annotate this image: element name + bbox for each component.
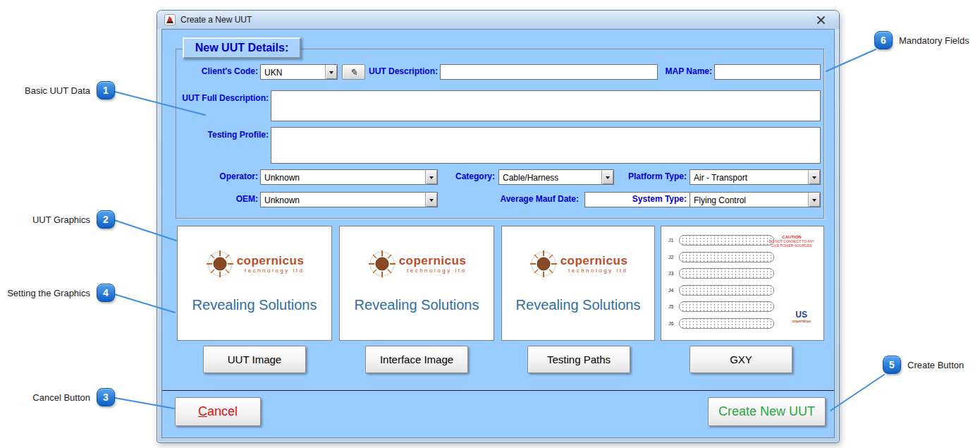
dropdown-arrow-icon[interactable]	[808, 170, 820, 184]
clients-code-select[interactable]: UKN	[260, 64, 338, 80]
testing-paths-button[interactable]: Testing Paths	[527, 346, 630, 373]
callout-mandatory-fields: 6 Mandatory Fields	[874, 31, 969, 49]
platform-type-value: Air - Transport	[690, 170, 808, 184]
copernicus-logo: copernicus technology ltd	[529, 249, 628, 279]
callout-number-badge: 6	[874, 31, 893, 49]
category-select[interactable]: Cable/Harness	[498, 169, 614, 185]
system-type-select[interactable]: Flying Control	[690, 192, 821, 207]
testing-profile-textarea[interactable]	[271, 127, 821, 164]
operator-select[interactable]: Unknown	[260, 169, 438, 185]
callout-label: Setting the Graphics	[7, 288, 90, 298]
connector-graphic	[679, 252, 774, 262]
connector-label: J1	[668, 238, 675, 243]
tagline-text: Revealing Solutions	[192, 297, 317, 313]
gxy-connector-row: J5	[668, 298, 774, 315]
callout-number-badge: 2	[97, 210, 115, 229]
callout-number-badge: 1	[97, 81, 115, 99]
map-name-label: MAP Name:	[659, 66, 712, 76]
callout-number-badge: 5	[883, 356, 901, 374]
connector-graphic	[679, 301, 774, 312]
average-mauf-date-label: Average Mauf Date:	[443, 194, 579, 204]
connector-label: J6	[668, 321, 675, 326]
gxy-preview: J1J2J3J4J5J6 CAUTION DO NOT CONNECT TO A…	[661, 226, 824, 341]
brand-subtext: technology ltd	[561, 267, 628, 274]
separator-line	[162, 390, 834, 391]
connector-label: J4	[668, 288, 675, 293]
callout-create-button: 5 Create Button	[883, 356, 964, 374]
caution-note: CAUTION DO NOT CONNECT TO ANY LIVE POWER…	[768, 235, 815, 248]
brand-subtext: technology ltd	[237, 267, 305, 274]
gxy-connector-row: J3	[668, 265, 774, 282]
dropdown-arrow-icon[interactable]	[425, 170, 437, 184]
callout-number-badge: 4	[97, 284, 115, 302]
callout-uut-graphics: UUT Graphics 2	[14, 210, 115, 229]
edit-clients-code-button[interactable]: ✎	[342, 64, 365, 80]
dropdown-arrow-icon[interactable]	[425, 193, 437, 207]
platform-type-select[interactable]: Air - Transport	[690, 169, 821, 185]
brand-text: copernicus	[399, 255, 467, 267]
uut-image-button[interactable]: UUT Image	[203, 346, 306, 373]
callout-label: Create Button	[907, 360, 964, 370]
gxy-connector-row: J2	[668, 249, 774, 266]
interface-image-button[interactable]: Interface Image	[365, 346, 468, 373]
interface-image-preview: copernicus technology ltd Revealing Solu…	[339, 226, 494, 341]
callout-number-badge: 3	[97, 388, 115, 406]
brand-text: copernicus	[561, 255, 628, 267]
cancel-label-rest: ancel	[207, 404, 238, 419]
connector-graphic	[679, 268, 774, 279]
app-icon	[164, 14, 176, 25]
gxy-button[interactable]: GXY	[690, 346, 792, 373]
category-value: Cable/Harness	[499, 170, 601, 184]
uut-full-description-textarea[interactable]	[271, 90, 821, 121]
create-new-uut-dialog: Create a New UUT New UUT Details: Client…	[157, 10, 840, 443]
oem-label: OEM:	[176, 194, 258, 204]
clients-code-label: Client's Code:	[176, 66, 258, 76]
testing-paths-preview: copernicus technology ltd Revealing Solu…	[501, 226, 655, 341]
uut-description-input[interactable]	[440, 64, 658, 80]
clients-code-value: UKN	[261, 65, 325, 79]
connector-label: J3	[668, 271, 675, 276]
oem-select[interactable]: Unknown	[260, 192, 438, 207]
platform-type-label: Platform Type:	[620, 171, 687, 181]
uut-full-description-label: UUT Full Description:	[176, 93, 269, 103]
tagline-text: Revealing Solutions	[355, 297, 479, 313]
callout-label: UUT Graphics	[32, 214, 90, 225]
gxy-connector-row: J1	[668, 232, 774, 249]
dropdown-arrow-icon[interactable]	[808, 193, 820, 207]
screenshot-page: Create a New UUT New UUT Details: Client…	[0, 0, 980, 448]
us-mark-text: US	[792, 310, 811, 319]
gxy-connector-diagram: J1J2J3J4J5J6 CAUTION DO NOT CONNECT TO A…	[668, 232, 818, 336]
sun-compass-icon	[529, 249, 558, 279]
connector-label: J2	[668, 255, 675, 260]
connector-graphic	[679, 235, 774, 246]
titlebar[interactable]: Create a New UUT	[157, 11, 839, 29]
group-header: New UUT Details:	[183, 37, 301, 59]
close-icon	[816, 16, 826, 24]
caution-line: LIVE POWER SOURCES	[768, 243, 815, 248]
pencil-icon: ✎	[350, 67, 357, 78]
callout-label: Mandatory Fields	[899, 35, 969, 46]
operator-value: Unknown	[261, 170, 425, 184]
copernicus-logo: copernicus technology ltd	[367, 249, 467, 279]
callout-setting-the-graphics: Setting the Graphics 4	[4, 284, 115, 302]
sun-compass-icon	[367, 249, 397, 279]
create-new-uut-button[interactable]: Create New UUT	[708, 397, 826, 426]
mini-brand-text: copernicus	[792, 319, 811, 323]
operator-label: Operator:	[176, 171, 258, 181]
connector-graphic	[679, 318, 774, 329]
brand-subtext: technology ltd	[399, 267, 467, 274]
gxy-connector-row: J6	[668, 315, 774, 332]
system-type-value: Flying Control	[690, 193, 808, 207]
connector-label: J5	[668, 304, 675, 309]
dropdown-arrow-icon[interactable]	[325, 65, 337, 79]
dropdown-arrow-icon[interactable]	[601, 170, 613, 184]
tagline-text: Revealing Solutions	[516, 297, 641, 313]
map-name-input[interactable]	[714, 64, 821, 80]
category-label: Category:	[450, 171, 495, 181]
close-button[interactable]	[809, 13, 832, 26]
testing-profile-label: Testing Profile:	[176, 130, 269, 140]
callout-basic-uut-data: Basic UUT Data 1	[14, 81, 115, 99]
uut-image-preview: copernicus technology ltd Revealing Solu…	[177, 226, 332, 341]
callout-label: Cancel Button	[32, 392, 90, 403]
cancel-button[interactable]: Cancel	[175, 397, 261, 426]
